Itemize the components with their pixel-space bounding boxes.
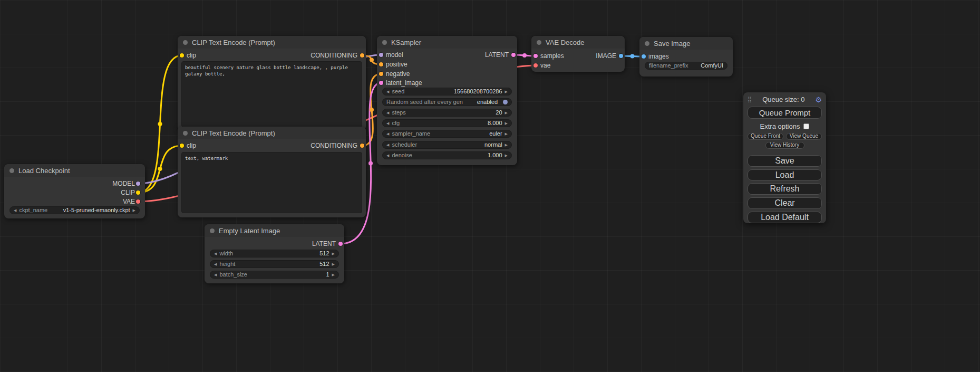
node-title-bar[interactable]: Empty Latent Image: [205, 224, 344, 237]
increment-arrow-icon[interactable]: ▶: [505, 109, 508, 116]
widget-filename-prefix[interactable]: filename_prefix ComfyUI: [645, 62, 727, 70]
collapse-dot[interactable]: [9, 168, 14, 173]
node-clip-text-encode-positive[interactable]: CLIP Text Encode (Prompt) clip CONDITION…: [178, 36, 366, 131]
latent-output-dot[interactable]: [338, 242, 343, 246]
node-save-image[interactable]: Save Image images filename_prefix ComfyU…: [639, 37, 733, 77]
node-title: CLIP Text Encode (Prompt): [192, 129, 275, 137]
widget-ckpt-name[interactable]: ◀ ckpt_name v1-5-pruned-emaonly.ckpt ▶: [9, 206, 140, 214]
slot-label: CONDITIONING: [311, 52, 357, 59]
node-vae-decode[interactable]: VAE Decode samples IMAGE vae: [531, 36, 625, 72]
decrement-arrow-icon[interactable]: ◀: [14, 207, 16, 214]
output-slot-model: MODEL: [4, 180, 145, 187]
load-button[interactable]: Load: [748, 169, 822, 181]
input-slot-latent-image: latent_image: [377, 79, 517, 87]
slot-label: IMAGE: [596, 52, 616, 60]
slot-label: VAE: [123, 198, 135, 205]
view-queue-button[interactable]: View Queue: [786, 133, 822, 140]
input-slot-images: images: [639, 53, 733, 60]
model-output-dot[interactable]: [136, 182, 140, 186]
node-title-bar[interactable]: CLIP Text Encode (Prompt): [178, 127, 366, 139]
output-slot-latent: LATENT: [205, 240, 344, 247]
node-title-bar[interactable]: Save Image: [639, 37, 733, 50]
increment-arrow-icon[interactable]: ▶: [332, 271, 335, 278]
load-default-button[interactable]: Load Default: [748, 212, 822, 223]
latent-output-dot[interactable]: [511, 53, 516, 57]
increment-arrow-icon[interactable]: ▶: [332, 250, 335, 257]
vae-input-dot[interactable]: [533, 63, 538, 68]
decrement-arrow-icon[interactable]: ◀: [386, 152, 389, 159]
image-output-dot[interactable]: [619, 54, 623, 58]
widget-steps[interactable]: ◀ steps 20 ▶: [382, 109, 512, 117]
input-slot-positive: positive: [377, 61, 517, 68]
slot-label: images: [648, 53, 669, 60]
drag-handle-icon[interactable]: ⣿: [748, 96, 752, 103]
widget-scheduler[interactable]: ◀ scheduler normal ▶: [382, 141, 512, 149]
increment-arrow-icon[interactable]: ▶: [505, 152, 508, 159]
view-history-button[interactable]: View History: [765, 142, 804, 149]
conditioning-output-dot[interactable]: [360, 144, 364, 148]
negative-input-dot[interactable]: [379, 72, 383, 76]
images-input-dot[interactable]: [642, 54, 646, 59]
widget-batch-size[interactable]: ◀ batch_size 1 ▶: [210, 271, 339, 279]
widget-denoise[interactable]: ◀ denoise 1.000 ▶: [382, 151, 512, 159]
clip-output-dot[interactable]: [136, 190, 140, 195]
clear-button[interactable]: Clear: [748, 197, 822, 209]
widget-random-seed-toggle[interactable]: Random seed after every gen enabled: [382, 98, 512, 106]
node-title-bar[interactable]: CLIP Text Encode (Prompt): [178, 36, 366, 49]
collapse-dot[interactable]: [183, 131, 188, 136]
latent-image-input-dot[interactable]: [379, 81, 383, 85]
conditioning-output-dot[interactable]: [360, 53, 364, 58]
node-title-bar[interactable]: VAE Decode: [531, 36, 625, 49]
collapse-dot[interactable]: [645, 41, 649, 46]
refresh-button[interactable]: Refresh: [748, 183, 822, 195]
increment-arrow-icon[interactable]: ▶: [505, 141, 508, 148]
extra-options-checkbox[interactable]: [803, 123, 809, 129]
decrement-arrow-icon[interactable]: ◀: [386, 130, 389, 137]
node-title-bar[interactable]: KSampler: [377, 36, 517, 49]
node-clip-text-encode-negative[interactable]: CLIP Text Encode (Prompt) clip CONDITION…: [178, 127, 366, 217]
node-title-bar[interactable]: Load Checkpoint: [4, 164, 145, 177]
prompt-textarea[interactable]: text, watermark: [181, 152, 362, 213]
decrement-arrow-icon[interactable]: ◀: [214, 250, 217, 257]
node-empty-latent-image[interactable]: Empty Latent Image LATENT ◀ width 512 ▶ …: [205, 224, 344, 283]
queue-front-button[interactable]: Queue Front: [748, 133, 783, 140]
extra-options-label: Extra options: [760, 122, 800, 130]
decrement-arrow-icon[interactable]: ◀: [386, 120, 389, 127]
increment-arrow-icon[interactable]: ▶: [505, 130, 508, 137]
node-graph-canvas[interactable]: Load Checkpoint MODEL CLIP VAE ◀ ckpt_na…: [0, 0, 980, 372]
increment-arrow-icon[interactable]: ▶: [133, 207, 135, 214]
settings-gear-icon[interactable]: ⚙: [815, 96, 822, 104]
slot-label: MODEL: [112, 180, 135, 187]
widget-sampler-name[interactable]: ◀ sampler_name euler ▶: [382, 130, 512, 138]
output-slot-image: IMAGE: [531, 52, 625, 60]
queue-actions-row: Queue Front View Queue: [748, 133, 822, 140]
save-button[interactable]: Save: [748, 155, 822, 167]
collapse-dot[interactable]: [183, 40, 188, 45]
prompt-textarea[interactable]: beautiful scenery nature glass bottle la…: [181, 61, 362, 127]
decrement-arrow-icon[interactable]: ◀: [214, 261, 217, 268]
decrement-arrow-icon[interactable]: ◀: [214, 271, 217, 278]
collapse-dot[interactable]: [210, 228, 215, 233]
collapse-dot[interactable]: [537, 40, 541, 45]
positive-input-dot[interactable]: [379, 62, 383, 66]
decrement-arrow-icon[interactable]: ◀: [386, 88, 389, 95]
slot-label: CONDITIONING: [311, 142, 357, 149]
toggle-indicator[interactable]: [503, 100, 508, 104]
slot-label: positive: [386, 61, 407, 68]
node-load-checkpoint[interactable]: Load Checkpoint MODEL CLIP VAE ◀ ckpt_na…: [4, 164, 145, 218]
widget-height[interactable]: ◀ height 512 ▶: [210, 260, 339, 268]
output-slot-vae: VAE: [4, 198, 145, 205]
decrement-arrow-icon[interactable]: ◀: [386, 109, 389, 116]
collapse-dot[interactable]: [382, 40, 387, 45]
widget-cfg[interactable]: ◀ cfg 8.000 ▶: [382, 119, 512, 127]
queue-prompt-button[interactable]: Queue Prompt: [748, 107, 822, 119]
node-ksampler[interactable]: KSampler model LATENT positive negative …: [377, 36, 517, 165]
decrement-arrow-icon[interactable]: ◀: [386, 141, 389, 148]
widget-width[interactable]: ◀ width 512 ▶: [210, 250, 339, 257]
increment-arrow-icon[interactable]: ▶: [505, 120, 508, 127]
increment-arrow-icon[interactable]: ▶: [505, 88, 508, 95]
vae-output-dot[interactable]: [136, 199, 140, 204]
increment-arrow-icon[interactable]: ▶: [332, 261, 335, 268]
node-title: Empty Latent Image: [219, 227, 280, 235]
widget-seed[interactable]: ◀ seed 156680208700286 ▶: [382, 88, 512, 96]
